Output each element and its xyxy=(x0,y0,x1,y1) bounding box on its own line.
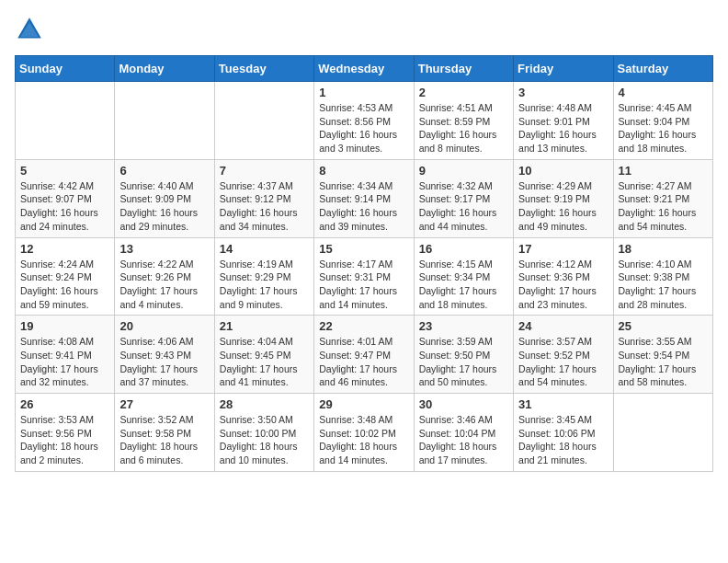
days-of-week-row: SundayMondayTuesdayWednesdayThursdayFrid… xyxy=(16,56,713,82)
calendar-cell: 6Sunrise: 4:40 AM Sunset: 9:09 PM Daylig… xyxy=(115,159,214,237)
calendar-cell: 26Sunrise: 3:53 AM Sunset: 9:56 PM Dayli… xyxy=(16,394,115,472)
calendar-header: SundayMondayTuesdayWednesdayThursdayFrid… xyxy=(16,56,713,82)
day-info: Sunrise: 4:06 AM Sunset: 9:43 PM Dayligh… xyxy=(119,335,209,389)
calendar-cell: 5Sunrise: 4:42 AM Sunset: 9:07 PM Daylig… xyxy=(16,159,115,237)
day-info: Sunrise: 3:50 AM Sunset: 10:00 PM Daylig… xyxy=(220,413,309,467)
calendar-week-row: 1Sunrise: 4:53 AM Sunset: 8:56 PM Daylig… xyxy=(16,82,713,160)
day-info: Sunrise: 4:51 AM Sunset: 8:59 PM Dayligh… xyxy=(419,101,508,155)
calendar-cell: 24Sunrise: 3:57 AM Sunset: 9:52 PM Dayli… xyxy=(514,316,613,394)
day-info: Sunrise: 4:10 AM Sunset: 9:38 PM Dayligh… xyxy=(619,258,708,312)
calendar-cell: 2Sunrise: 4:51 AM Sunset: 8:59 PM Daylig… xyxy=(414,82,513,160)
calendar-cell: 1Sunrise: 4:53 AM Sunset: 8:56 PM Daylig… xyxy=(314,82,414,160)
calendar-week-row: 19Sunrise: 4:08 AM Sunset: 9:41 PM Dayli… xyxy=(16,316,713,394)
day-number: 24 xyxy=(518,319,608,333)
day-number: 8 xyxy=(319,164,408,178)
logo xyxy=(15,15,48,44)
day-info: Sunrise: 3:45 AM Sunset: 10:06 PM Daylig… xyxy=(518,413,608,467)
calendar-cell xyxy=(613,394,712,472)
logo-icon xyxy=(15,15,44,44)
calendar-table: SundayMondayTuesdayWednesdayThursdayFrid… xyxy=(15,55,713,472)
calendar-week-row: 12Sunrise: 4:24 AM Sunset: 9:24 PM Dayli… xyxy=(16,237,713,316)
day-number: 16 xyxy=(419,242,508,256)
day-number: 30 xyxy=(419,397,508,411)
day-info: Sunrise: 3:59 AM Sunset: 9:50 PM Dayligh… xyxy=(419,335,508,389)
calendar-cell: 16Sunrise: 4:15 AM Sunset: 9:34 PM Dayli… xyxy=(414,237,513,316)
calendar-cell xyxy=(115,82,214,160)
day-number: 29 xyxy=(319,397,408,411)
day-info: Sunrise: 3:48 AM Sunset: 10:02 PM Daylig… xyxy=(319,413,408,467)
calendar-cell: 12Sunrise: 4:24 AM Sunset: 9:24 PM Dayli… xyxy=(16,237,115,316)
calendar-cell: 28Sunrise: 3:50 AM Sunset: 10:00 PM Dayl… xyxy=(214,394,313,472)
day-number: 14 xyxy=(220,242,309,256)
day-info: Sunrise: 4:45 AM Sunset: 9:04 PM Dayligh… xyxy=(619,101,708,155)
day-info: Sunrise: 4:48 AM Sunset: 9:01 PM Dayligh… xyxy=(518,101,608,155)
calendar-cell: 3Sunrise: 4:48 AM Sunset: 9:01 PM Daylig… xyxy=(514,82,613,160)
day-info: Sunrise: 4:17 AM Sunset: 9:31 PM Dayligh… xyxy=(319,258,408,312)
day-info: Sunrise: 4:12 AM Sunset: 9:36 PM Dayligh… xyxy=(518,258,608,312)
day-info: Sunrise: 3:52 AM Sunset: 9:58 PM Dayligh… xyxy=(119,413,209,467)
day-info: Sunrise: 4:24 AM Sunset: 9:24 PM Dayligh… xyxy=(20,258,109,312)
day-of-week-header: Tuesday xyxy=(214,56,313,82)
day-info: Sunrise: 4:34 AM Sunset: 9:14 PM Dayligh… xyxy=(319,179,408,234)
day-number: 26 xyxy=(20,397,109,411)
day-number: 10 xyxy=(518,164,608,178)
day-number: 7 xyxy=(220,164,309,178)
calendar-cell: 15Sunrise: 4:17 AM Sunset: 9:31 PM Dayli… xyxy=(314,237,414,316)
calendar-cell: 17Sunrise: 4:12 AM Sunset: 9:36 PM Dayli… xyxy=(514,237,613,316)
day-info: Sunrise: 3:55 AM Sunset: 9:54 PM Dayligh… xyxy=(619,335,708,389)
day-info: Sunrise: 3:53 AM Sunset: 9:56 PM Dayligh… xyxy=(20,413,109,467)
calendar-cell xyxy=(214,82,313,160)
day-of-week-header: Wednesday xyxy=(314,56,414,82)
day-number: 1 xyxy=(319,86,408,99)
day-info: Sunrise: 4:22 AM Sunset: 9:26 PM Dayligh… xyxy=(119,258,209,312)
day-info: Sunrise: 4:08 AM Sunset: 9:41 PM Dayligh… xyxy=(20,335,109,389)
day-info: Sunrise: 4:01 AM Sunset: 9:47 PM Dayligh… xyxy=(319,335,408,389)
calendar-cell: 9Sunrise: 4:32 AM Sunset: 9:17 PM Daylig… xyxy=(414,159,513,237)
calendar-cell: 18Sunrise: 4:10 AM Sunset: 9:38 PM Dayli… xyxy=(613,237,712,316)
day-info: Sunrise: 4:40 AM Sunset: 9:09 PM Dayligh… xyxy=(119,179,209,234)
day-info: Sunrise: 4:37 AM Sunset: 9:12 PM Dayligh… xyxy=(220,179,309,234)
day-info: Sunrise: 4:29 AM Sunset: 9:19 PM Dayligh… xyxy=(518,179,608,234)
day-number: 17 xyxy=(518,242,608,256)
day-of-week-header: Monday xyxy=(115,56,214,82)
calendar-cell: 11Sunrise: 4:27 AM Sunset: 9:21 PM Dayli… xyxy=(613,159,712,237)
day-info: Sunrise: 4:27 AM Sunset: 9:21 PM Dayligh… xyxy=(619,179,708,234)
day-info: Sunrise: 4:42 AM Sunset: 9:07 PM Dayligh… xyxy=(20,179,109,234)
day-number: 15 xyxy=(319,242,408,256)
day-info: Sunrise: 3:46 AM Sunset: 10:04 PM Daylig… xyxy=(419,413,508,467)
calendar-cell: 4Sunrise: 4:45 AM Sunset: 9:04 PM Daylig… xyxy=(613,82,712,160)
day-number: 21 xyxy=(220,319,309,333)
day-info: Sunrise: 4:32 AM Sunset: 9:17 PM Dayligh… xyxy=(419,179,508,234)
calendar-cell: 23Sunrise: 3:59 AM Sunset: 9:50 PM Dayli… xyxy=(414,316,513,394)
day-number: 4 xyxy=(619,86,708,99)
day-number: 19 xyxy=(20,319,109,333)
day-of-week-header: Friday xyxy=(514,56,613,82)
day-number: 20 xyxy=(119,319,209,333)
day-number: 11 xyxy=(619,164,708,178)
calendar-cell: 13Sunrise: 4:22 AM Sunset: 9:26 PM Dayli… xyxy=(115,237,214,316)
day-number: 12 xyxy=(20,242,109,256)
day-number: 3 xyxy=(518,86,608,99)
day-number: 27 xyxy=(119,397,209,411)
calendar-cell: 31Sunrise: 3:45 AM Sunset: 10:06 PM Dayl… xyxy=(514,394,613,472)
day-number: 31 xyxy=(518,397,608,411)
day-number: 2 xyxy=(419,86,508,99)
day-info: Sunrise: 4:53 AM Sunset: 8:56 PM Dayligh… xyxy=(319,101,408,155)
calendar-body: 1Sunrise: 4:53 AM Sunset: 8:56 PM Daylig… xyxy=(16,82,713,472)
day-of-week-header: Sunday xyxy=(16,56,115,82)
calendar-cell: 27Sunrise: 3:52 AM Sunset: 9:58 PM Dayli… xyxy=(115,394,214,472)
calendar-cell: 8Sunrise: 4:34 AM Sunset: 9:14 PM Daylig… xyxy=(314,159,414,237)
day-number: 18 xyxy=(619,242,708,256)
calendar-cell: 22Sunrise: 4:01 AM Sunset: 9:47 PM Dayli… xyxy=(314,316,414,394)
day-number: 28 xyxy=(220,397,309,411)
calendar-cell: 21Sunrise: 4:04 AM Sunset: 9:45 PM Dayli… xyxy=(214,316,313,394)
calendar-week-row: 26Sunrise: 3:53 AM Sunset: 9:56 PM Dayli… xyxy=(16,394,713,472)
calendar-cell: 10Sunrise: 4:29 AM Sunset: 9:19 PM Dayli… xyxy=(514,159,613,237)
day-number: 5 xyxy=(20,164,109,178)
day-number: 6 xyxy=(119,164,209,178)
day-of-week-header: Saturday xyxy=(613,56,712,82)
day-number: 9 xyxy=(419,164,508,178)
calendar-cell: 7Sunrise: 4:37 AM Sunset: 9:12 PM Daylig… xyxy=(214,159,313,237)
calendar-cell: 19Sunrise: 4:08 AM Sunset: 9:41 PM Dayli… xyxy=(16,316,115,394)
day-info: Sunrise: 3:57 AM Sunset: 9:52 PM Dayligh… xyxy=(518,335,608,389)
